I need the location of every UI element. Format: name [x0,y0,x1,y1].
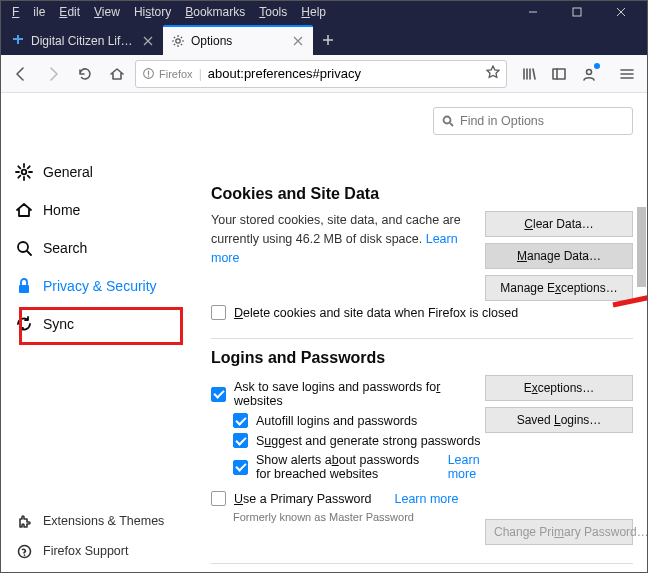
svg-rect-2 [13,38,23,40]
svg-rect-9 [19,285,29,293]
menu-bookmarks[interactable]: Bookmarks [178,3,252,21]
delete-on-close-checkbox[interactable] [211,305,226,320]
home-button[interactable] [103,60,131,88]
tab-close-button[interactable] [291,34,305,48]
window-close-button[interactable] [599,1,643,23]
svg-rect-5 [553,69,565,79]
breach-alerts-checkbox[interactable] [233,460,248,475]
new-tab-button[interactable] [313,25,343,55]
formerly-note: Formerly known as Master Password [233,511,485,523]
sidebar-item-support[interactable]: Firefox Support [1,536,191,566]
sidebar-item-label: Search [43,240,87,256]
cookies-description: Your stored cookies, site data, and cach… [211,211,485,267]
cookies-heading: Cookies and Site Data [211,185,633,203]
menu-bar: File Edit View History Bookmarks Tools H… [1,1,647,23]
manage-data-button[interactable]: Manage Data… [485,243,633,269]
svg-point-11 [444,117,451,124]
forward-button[interactable] [39,60,67,88]
change-primary-password-button: Change Primary Password… [485,519,633,545]
find-placeholder: Find in Options [460,114,544,128]
tab-label: Options [191,34,285,48]
sidebar-item-label: Privacy & Security [43,278,157,294]
breach-learn-more-link[interactable]: Learn more [448,453,485,481]
sidebar-button[interactable] [545,60,573,88]
gear-icon [15,163,33,181]
svg-point-6 [587,69,592,74]
bookmark-star-icon[interactable] [486,65,500,82]
window-minimize-button[interactable] [511,1,555,23]
url-input[interactable] [208,66,480,81]
primary-password-checkbox[interactable] [211,491,226,506]
primary-learn-more-link[interactable]: Learn more [395,492,459,506]
sidebar-item-sync[interactable]: Sync [1,305,191,343]
suggest-passwords-label: Suggest and generate strong passwords [256,434,480,448]
manage-exceptions-button[interactable]: Manage Exceptions… [485,275,633,301]
account-button[interactable] [575,60,603,88]
svg-point-3 [176,39,180,43]
sidebar-item-extensions[interactable]: Extensions & Themes [1,506,191,536]
tab-close-button[interactable] [141,34,155,48]
app-menu-button[interactable] [613,60,641,88]
menu-file[interactable]: File [5,3,52,21]
suggest-passwords-checkbox[interactable] [233,433,248,448]
category-sidebar: General Home Search Privacy & Security S… [1,93,191,573]
preferences-content: General Home Search Privacy & Security S… [1,93,647,573]
scrollbar-thumb[interactable] [637,207,646,287]
sidebar-item-label: General [43,164,93,180]
sidebar-item-label: Home [43,202,80,218]
reload-button[interactable] [71,60,99,88]
logins-heading: Logins and Passwords [211,349,633,367]
gear-icon [171,34,185,48]
ask-save-logins-checkbox[interactable] [211,387,226,402]
delete-on-close-label: Delete cookies and site data when Firefo… [234,306,518,320]
tab-strip: Digital Citizen Life in a digital w Opti… [1,23,647,55]
home-icon [15,201,33,219]
ask-save-logins-label: Ask to save logins and passwords for web… [234,380,485,408]
sidebar-item-privacy[interactable]: Privacy & Security [1,267,191,305]
sidebar-item-general[interactable]: General [1,153,191,191]
primary-password-label: Use a Primary Password [234,492,372,506]
sidebar-item-label: Sync [43,316,74,332]
library-button[interactable] [515,60,543,88]
menu-help[interactable]: Help [294,3,333,21]
search-icon [442,115,454,127]
url-bar[interactable]: Firefox | [135,60,507,88]
sidebar-item-home[interactable]: Home [1,191,191,229]
autofill-label: Autofill logins and passwords [256,414,417,428]
clear-data-button[interactable]: Clear Data… [485,211,633,237]
tab-options[interactable]: Options [163,25,313,55]
menu-view[interactable]: View [87,3,127,21]
menu-tools[interactable]: Tools [252,3,294,21]
identity-icon[interactable]: Firefox [142,67,193,80]
main-panel: Find in Options Cookies and Site Data Yo… [191,93,647,573]
navigation-toolbar: Firefox | [1,55,647,93]
tab-label: Digital Citizen Life in a digital w [31,34,135,48]
sidebar-item-label: Firefox Support [43,544,128,558]
menu-history[interactable]: History [127,3,178,21]
menu-edit[interactable]: Edit [52,3,87,21]
search-icon [15,239,33,257]
sidebar-item-label: Extensions & Themes [43,514,164,528]
svg-rect-0 [573,8,581,16]
breach-alerts-label: Show alerts about passwords for breached… [256,453,425,481]
back-button[interactable] [7,60,35,88]
autofill-checkbox[interactable] [233,413,248,428]
site-favicon-icon [11,34,25,48]
help-icon [15,542,33,560]
puzzle-icon [15,512,33,530]
lock-icon [15,277,33,295]
saved-logins-button[interactable]: Saved Logins… [485,407,633,433]
identity-label: Firefox [159,68,193,80]
find-in-options-input[interactable]: Find in Options [433,107,633,135]
svg-point-7 [22,170,27,175]
window-maximize-button[interactable] [555,1,599,23]
sync-icon [15,315,33,333]
sidebar-item-search[interactable]: Search [1,229,191,267]
logins-exceptions-button[interactable]: Exceptions… [485,375,633,401]
tab-digital-citizen[interactable]: Digital Citizen Life in a digital w [3,25,163,55]
